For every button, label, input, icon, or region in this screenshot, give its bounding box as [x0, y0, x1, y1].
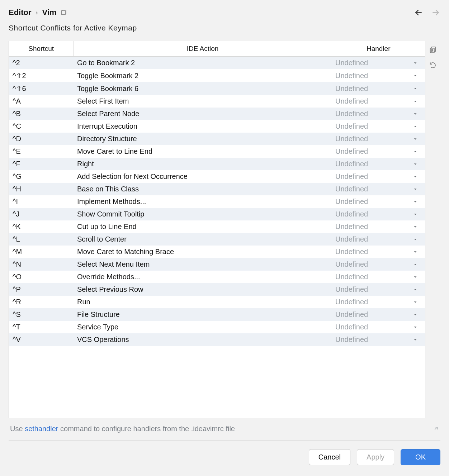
- cell-action: Service Type: [74, 321, 332, 333]
- hint-text: Use sethandler command to configure hand…: [10, 425, 235, 433]
- table-row[interactable]: ^⇧6Toggle Bookmark 6Undefined: [9, 82, 425, 95]
- cell-shortcut: ^I: [9, 195, 74, 208]
- cell-handler[interactable]: Undefined: [332, 283, 425, 296]
- cell-handler[interactable]: Undefined: [332, 95, 425, 108]
- breadcrumb-parent[interactable]: Editor: [9, 8, 32, 17]
- cell-handler[interactable]: Undefined: [332, 321, 425, 333]
- cell-handler[interactable]: Undefined: [332, 233, 425, 246]
- table-row[interactable]: ^FRightUndefined: [9, 158, 425, 170]
- cell-handler[interactable]: Undefined: [332, 120, 425, 133]
- cell-action: Cut up to Line End: [74, 220, 332, 233]
- cell-handler[interactable]: Undefined: [332, 333, 425, 346]
- handler-value: Undefined: [335, 197, 368, 206]
- cell-handler[interactable]: Undefined: [332, 258, 425, 271]
- cell-shortcut: ^⇧2: [9, 69, 74, 82]
- section-header: Shortcut Conflicts for Active Keymap: [9, 24, 440, 32]
- table-row[interactable]: ^KCut up to Line EndUndefined: [9, 220, 425, 233]
- cell-shortcut: ^O: [9, 271, 74, 283]
- column-header-handler[interactable]: Handler: [332, 41, 425, 57]
- table-row[interactable]: ^TService TypeUndefined: [9, 321, 425, 333]
- chevron-down-icon: [413, 137, 418, 142]
- chevron-down-icon: [413, 99, 418, 104]
- open-in-new-window-icon[interactable]: [61, 9, 67, 17]
- handler-value: Undefined: [335, 147, 368, 156]
- cell-handler[interactable]: Undefined: [332, 158, 425, 170]
- cancel-button[interactable]: Cancel: [309, 449, 350, 465]
- chevron-down-icon: [413, 300, 418, 305]
- cell-shortcut: ^G: [9, 170, 74, 183]
- table-row[interactable]: ^NSelect Next Menu ItemUndefined: [9, 258, 425, 271]
- cell-handler[interactable]: Undefined: [332, 246, 425, 258]
- copy-icon[interactable]: [429, 46, 437, 54]
- handler-value: Undefined: [335, 335, 368, 344]
- table-row[interactable]: ^MMove Caret to Matching BraceUndefined: [9, 246, 425, 258]
- table-row[interactable]: ^ASelect First ItemUndefined: [9, 95, 425, 108]
- cell-handler[interactable]: Undefined: [332, 296, 425, 308]
- cell-action: Select Previous Row: [74, 283, 332, 296]
- cell-handler[interactable]: Undefined: [332, 183, 425, 195]
- table-row[interactable]: ^2Go to Bookmark 2Undefined: [9, 57, 425, 70]
- conflicts-table-wrap: Shortcut IDE Action Handler ^2Go to Book…: [9, 41, 425, 418]
- cell-handler[interactable]: Undefined: [332, 82, 425, 95]
- table-row[interactable]: ^JShow Commit TooltipUndefined: [9, 208, 425, 220]
- cell-handler[interactable]: Undefined: [332, 170, 425, 183]
- table-row[interactable]: ^⇧2Toggle Bookmark 2Undefined: [9, 69, 425, 82]
- cell-handler[interactable]: Undefined: [332, 133, 425, 145]
- table-row[interactable]: ^VVCS OperationsUndefined: [9, 333, 425, 346]
- table-row[interactable]: ^GAdd Selection for Next OccurrenceUndef…: [9, 170, 425, 183]
- table-row[interactable]: ^DDirectory StructureUndefined: [9, 133, 425, 145]
- cell-handler[interactable]: Undefined: [332, 195, 425, 208]
- table-row[interactable]: ^OOverride Methods...Undefined: [9, 271, 425, 283]
- sethandler-link[interactable]: sethandler: [25, 425, 58, 433]
- table-row[interactable]: ^LScroll to CenterUndefined: [9, 233, 425, 246]
- cell-action: Select Parent Node: [74, 108, 332, 120]
- column-header-action[interactable]: IDE Action: [74, 41, 332, 57]
- dialog-footer: Cancel Apply OK: [0, 441, 449, 476]
- external-link-icon[interactable]: [433, 425, 439, 433]
- handler-value: Undefined: [335, 210, 368, 218]
- cell-handler[interactable]: Undefined: [332, 220, 425, 233]
- column-header-shortcut[interactable]: Shortcut: [9, 41, 74, 57]
- hint-row: Use sethandler command to configure hand…: [9, 418, 440, 433]
- chevron-down-icon: [413, 61, 418, 66]
- cell-action: File Structure: [74, 308, 332, 321]
- cell-shortcut: ^K: [9, 220, 74, 233]
- cell-handler[interactable]: Undefined: [332, 69, 425, 82]
- table-row[interactable]: ^PSelect Previous RowUndefined: [9, 283, 425, 296]
- header-bar: Editor › Vim: [0, 0, 449, 24]
- table-row[interactable]: ^SFile StructureUndefined: [9, 308, 425, 321]
- chevron-down-icon: [413, 174, 418, 179]
- table-row[interactable]: ^IImplement Methods...Undefined: [9, 195, 425, 208]
- cell-action: Move Caret to Line End: [74, 145, 332, 158]
- table-row[interactable]: ^EMove Caret to Line EndUndefined: [9, 145, 425, 158]
- conflicts-table: Shortcut IDE Action Handler ^2Go to Book…: [9, 41, 425, 346]
- cell-shortcut: ^D: [9, 133, 74, 145]
- cell-handler[interactable]: Undefined: [332, 108, 425, 120]
- table-row[interactable]: ^BSelect Parent NodeUndefined: [9, 108, 425, 120]
- cell-action: VCS Operations: [74, 333, 332, 346]
- apply-button: Apply: [357, 449, 394, 465]
- handler-value: Undefined: [335, 160, 368, 168]
- section-rule: [145, 28, 440, 28]
- svg-rect-1: [61, 11, 65, 15]
- table-row[interactable]: ^CInterrupt ExecutionUndefined: [9, 120, 425, 133]
- table-row[interactable]: ^HBase on This ClassUndefined: [9, 183, 425, 195]
- back-button[interactable]: [414, 8, 423, 17]
- cell-handler[interactable]: Undefined: [332, 57, 425, 70]
- cell-handler[interactable]: Undefined: [332, 145, 425, 158]
- cell-handler[interactable]: Undefined: [332, 271, 425, 283]
- table-row[interactable]: ^RRunUndefined: [9, 296, 425, 308]
- undo-icon[interactable]: [429, 61, 437, 69]
- handler-value: Undefined: [335, 97, 368, 105]
- cell-handler[interactable]: Undefined: [332, 308, 425, 321]
- cell-action: Implement Methods...: [74, 195, 332, 208]
- hint-suffix: command to configure handlers from the .…: [58, 425, 235, 433]
- handler-value: Undefined: [335, 248, 368, 256]
- chevron-down-icon: [413, 249, 418, 254]
- cell-shortcut: ^P: [9, 283, 74, 296]
- cell-shortcut: ^J: [9, 208, 74, 220]
- settings-panel: Editor › Vim Shortcut Conflicts for Ac: [0, 0, 449, 476]
- ok-button[interactable]: OK: [401, 449, 440, 465]
- cell-action: Move Caret to Matching Brace: [74, 246, 332, 258]
- cell-handler[interactable]: Undefined: [332, 208, 425, 220]
